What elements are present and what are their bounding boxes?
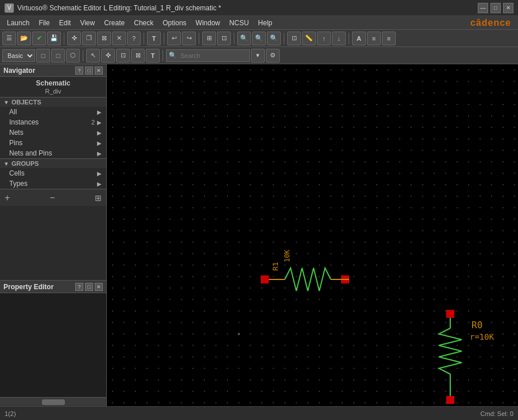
cadence-logo: cādence: [470, 18, 516, 28]
maximize-button[interactable]: □: [490, 3, 501, 13]
nav-item-all-arrow: ▶: [97, 109, 102, 115]
tb2-select-btn[interactable]: ↖: [86, 49, 100, 63]
prop-editor-float-btn[interactable]: □: [85, 283, 93, 291]
nav-item-instances-count: 2: [91, 119, 95, 126]
nav-remove-btn[interactable]: −: [50, 193, 55, 203]
tb-misc1-btn[interactable]: ≡: [367, 32, 381, 45]
menu-check[interactable]: Check: [129, 18, 158, 28]
navigator-float-btn[interactable]: □: [85, 67, 93, 75]
prop-editor-controls: ? □ ✕: [75, 283, 103, 291]
schematic-name: Schematic: [0, 77, 106, 88]
tb-zoom-in-btn[interactable]: 🔍: [267, 32, 281, 45]
tb-move-btn[interactable]: ⊠: [97, 32, 111, 45]
tb-check-btn[interactable]: ✔: [32, 32, 46, 45]
nav-item-nets[interactable]: Nets ▶: [0, 127, 106, 138]
tb2-btn2[interactable]: □: [51, 49, 65, 63]
menu-file[interactable]: File: [34, 18, 54, 28]
menu-bar: Launch File Edit View Create Check Optio…: [0, 16, 518, 30]
navigator-header: Navigator ? □ ✕: [0, 64, 106, 77]
nav-item-nets-and-pins[interactable]: Nets and Pins ▶: [0, 148, 106, 158]
tb-help-btn[interactable]: ?: [127, 32, 141, 45]
navigator-help-btn[interactable]: ?: [75, 67, 83, 75]
tb-wire-btn[interactable]: ↑: [317, 32, 331, 45]
search-icon: 🔍: [169, 52, 177, 59]
schematic-svg: R1 10K R0 r=10K: [107, 64, 518, 406]
separator-2: [144, 33, 144, 44]
tb-grid-btn[interactable]: ⊞: [202, 32, 216, 45]
tb-zoom-out-btn[interactable]: 🔍: [252, 32, 266, 45]
search-dropdown-btn[interactable]: ▾: [251, 49, 265, 63]
property-editor-scrollbar[interactable]: [0, 397, 106, 406]
bottom-right-status: Cmd: Sel: 0: [481, 410, 513, 417]
app-icon: V: [5, 3, 14, 13]
separator-7: [349, 33, 349, 44]
nav-item-cells[interactable]: Cells ▶: [0, 168, 106, 178]
nav-item-pins[interactable]: Pins ▶: [0, 138, 106, 148]
menu-view[interactable]: View: [75, 18, 99, 28]
mode-select[interactable]: Basic: [2, 49, 35, 62]
nav-add-btn[interactable]: +: [5, 193, 10, 203]
minimize-button[interactable]: —: [478, 3, 488, 13]
navigator-footer: + − ⊞: [0, 189, 106, 206]
nav-item-cells-arrow: ▶: [97, 170, 102, 177]
tb-zoom-fit-btn[interactable]: 🔍: [237, 32, 251, 45]
tb2-text-btn[interactable]: T: [146, 49, 160, 63]
tb-text2-btn[interactable]: A: [352, 32, 366, 45]
r1-terminal-left: [261, 275, 269, 283]
separator-5: [234, 33, 234, 44]
tb-pan-btn[interactable]: ⊡: [287, 32, 301, 45]
search-input[interactable]: [178, 49, 247, 62]
prop-editor-close-btn[interactable]: ✕: [95, 283, 103, 291]
navigator-close-btn[interactable]: ✕: [95, 67, 103, 75]
menu-options[interactable]: Options: [158, 18, 191, 28]
tb-snap-btn[interactable]: ⊡: [217, 32, 231, 45]
separator-4: [199, 33, 199, 44]
tb2-stretch-btn[interactable]: ⊡: [116, 49, 130, 63]
close-button[interactable]: ✕: [503, 3, 513, 13]
schematic-sub: R_div: [0, 88, 106, 97]
bottom-status-bar: 1(2) Cmd: Sel: 0: [0, 406, 518, 420]
tb-menu-btn[interactable]: ☰: [2, 32, 16, 45]
menu-launch[interactable]: Launch: [2, 18, 34, 28]
tb-open-btn[interactable]: 📂: [17, 32, 31, 45]
objects-section-header: ▼ OBJECTS: [0, 97, 106, 107]
title-bar: V Virtuoso® Schematic Editor L Editing: …: [0, 0, 518, 16]
tb-delete-btn[interactable]: ✕: [112, 32, 126, 45]
objects-collapse-icon[interactable]: ▼: [3, 99, 9, 106]
tb2-move-sel-btn[interactable]: ✜: [101, 49, 115, 63]
search-options-btn[interactable]: ⚙: [266, 49, 280, 63]
tb-undo-btn[interactable]: ↩: [167, 32, 181, 45]
tb2-wire-btn[interactable]: ⊠: [131, 49, 145, 63]
menu-help[interactable]: Help: [253, 18, 277, 28]
nav-item-instances[interactable]: Instances 2 ▶: [0, 117, 106, 127]
left-panel: Navigator ? □ ✕ Schematic R_div ▼ OBJECT…: [0, 64, 107, 406]
r2-value: r=10K: [470, 332, 494, 341]
tb2-btn3[interactable]: ⬡: [66, 49, 80, 63]
nav-item-types[interactable]: Types ▶: [0, 178, 106, 189]
tb-text-btn[interactable]: T: [147, 32, 161, 45]
nav-resize-btn[interactable]: ⊞: [95, 193, 102, 203]
nav-item-all[interactable]: All ▶: [0, 107, 106, 117]
groups-collapse-icon[interactable]: ▼: [3, 161, 9, 167]
scrollbar-thumb[interactable]: [42, 399, 65, 405]
separator-t2-1: [83, 50, 83, 61]
property-editor-header: Property Editor ? □ ✕: [0, 281, 106, 293]
tb-misc2-btn[interactable]: ≡: [382, 32, 396, 45]
menu-ncsu[interactable]: NCSU: [225, 18, 253, 28]
tb-label-btn[interactable]: ↓: [332, 32, 346, 45]
tb-add-btn[interactable]: ✜: [67, 32, 81, 45]
menu-window[interactable]: Window: [191, 18, 225, 28]
menu-edit[interactable]: Edit: [55, 18, 76, 28]
tb2-btn1[interactable]: □: [36, 49, 50, 63]
schematic-canvas-area[interactable]: R1 10K R0 r=10K: [107, 64, 518, 406]
prop-editor-help-btn[interactable]: ?: [75, 283, 83, 291]
r1-label: R1: [271, 262, 280, 271]
tb-redo-btn[interactable]: ↪: [182, 32, 196, 45]
objects-label: OBJECTS: [11, 99, 41, 106]
main-area: Navigator ? □ ✕ Schematic R_div ▼ OBJECT…: [0, 64, 518, 406]
nav-item-nets-arrow: ▶: [97, 130, 102, 136]
tb-save-btn[interactable]: 💾: [47, 32, 61, 45]
menu-create[interactable]: Create: [99, 18, 129, 28]
tb-copy-btn[interactable]: ❐: [82, 32, 96, 45]
tb-ruler-btn[interactable]: 📏: [302, 32, 316, 45]
